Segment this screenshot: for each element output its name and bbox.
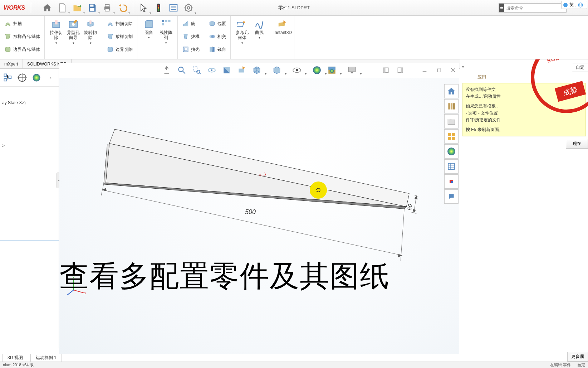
zoom-select-button[interactable] [191, 64, 203, 76]
dynamic-annotate-button[interactable] [236, 64, 248, 76]
options-list-button[interactable] [167, 1, 180, 15]
appearance-tab[interactable] [444, 144, 459, 159]
viewport-split2-button[interactable] [396, 66, 404, 74]
undo-button[interactable]: ▾ [116, 1, 129, 15]
sphere-icon [31, 73, 41, 83]
new-button[interactable]: ▾ [55, 1, 69, 15]
edit-appearance-button[interactable]: ▾ [311, 64, 323, 76]
custom-props-tab[interactable] [444, 159, 459, 174]
svg-line-24 [191, 10, 191, 10]
linear-pattern-button[interactable]: 线性阵列▾ [157, 17, 175, 58]
tab-3d-view[interactable]: 3D 视图 [2, 354, 28, 362]
resources-tab[interactable] [444, 84, 459, 98]
tab-mxpert[interactable]: mXpert [0, 59, 23, 68]
command-search[interactable] [499, 3, 567, 13]
viewport-close-button[interactable] [449, 66, 457, 74]
library-icon [447, 102, 456, 111]
tab-motion-study[interactable]: 运动算例 1 [30, 354, 62, 362]
view-settings-button[interactable]: ▾ [346, 64, 358, 76]
boundary-icon [4, 46, 11, 53]
zoom-fit-button[interactable] [161, 64, 173, 76]
feature-tree-panel: › ay State-8>) > ◂ [0, 69, 59, 348]
extra-tab2[interactable] [444, 189, 459, 204]
lofted-boss-button[interactable]: 放样凸台/基体 [3, 30, 41, 43]
ref-geometry-button[interactable]: 参考几何体▾ [234, 17, 251, 58]
canvas[interactable]: 500 60 y x 查看多配置零件 [59, 78, 459, 356]
view-palette-tab[interactable] [444, 129, 459, 144]
print-button[interactable]: ▾ [101, 1, 114, 15]
tree-view-button[interactable] [2, 71, 14, 84]
rib-button[interactable]: 筋 [181, 17, 201, 30]
svg-rect-72 [401, 68, 403, 73]
hide-show-button[interactable]: ▾ [291, 64, 303, 76]
svg-point-0 [563, 3, 568, 7]
sketch-origin-icon [258, 171, 268, 180]
more-props-label[interactable]: 更多属 [567, 352, 588, 362]
taskpane-collapse[interactable]: « [460, 63, 466, 70]
chevron-down-icon: ▾ [148, 36, 150, 40]
svg-rect-94 [448, 137, 451, 140]
svg-rect-60 [239, 69, 244, 73]
sphere-icon [447, 147, 456, 156]
intersect-button[interactable]: 相交 [207, 30, 227, 43]
apply-scene-button[interactable]: ▾ [326, 64, 338, 76]
home-button[interactable] [40, 1, 54, 15]
stamp-arc-text: SOLIDWO [547, 59, 576, 64]
zoom-icon [177, 66, 186, 75]
prev-view-button[interactable] [206, 64, 218, 76]
draft-button[interactable]: 拔模 [181, 30, 201, 43]
display-style-button[interactable]: ▾ [271, 64, 283, 76]
boundary-cut-button[interactable]: 边界切除 [105, 43, 134, 56]
search-input[interactable] [504, 5, 562, 10]
rib-icon [182, 20, 189, 27]
appearance-button[interactable] [31, 71, 42, 84]
svg-rect-38 [162, 23, 164, 25]
extra-tab1[interactable] [444, 174, 459, 189]
extruded-cut-button[interactable]: 拉伸切除▾ [48, 17, 65, 58]
rebuild-button[interactable] [152, 1, 165, 15]
viewport-split1-button[interactable] [382, 66, 390, 74]
explorer-tab[interactable] [444, 114, 459, 129]
orient-button[interactable]: ▾ [251, 64, 263, 76]
instant3d-button[interactable]: Instant3D [274, 17, 291, 58]
svg-rect-46 [4, 74, 7, 76]
boundary-boss-button[interactable]: 边界凸台/基体 [3, 43, 41, 56]
curves-button[interactable]: 曲线▾ [251, 17, 268, 58]
swept-boss-button[interactable]: 扫描 [3, 17, 41, 30]
svg-rect-34 [90, 20, 92, 24]
shell-button[interactable]: 抽壳 [181, 43, 201, 56]
config-button[interactable] [16, 71, 28, 84]
svg-rect-91 [453, 103, 455, 109]
wrap-button[interactable]: 包覆 [207, 17, 227, 30]
svg-rect-92 [448, 133, 451, 136]
graphics-viewport[interactable]: ▾ ▾ ▾ ▾ ▾ ▾ [59, 63, 459, 356]
mirror-button[interactable]: 镜向 [207, 43, 227, 56]
open-button[interactable]: ▾ [70, 1, 84, 15]
print-icon [102, 3, 112, 13]
lofted-cut-button[interactable]: 放样切割 [105, 30, 134, 43]
select-button[interactable]: ▾ [137, 1, 150, 15]
more-button[interactable]: › [45, 71, 57, 84]
ribbon: 扫描 放样凸台/基体 边界凸台/基体 拉伸切除▾ 异型孔向导▾ 旋转切除▾ 扫描… [0, 16, 588, 59]
revolved-cut-button[interactable]: 旋转切除▾ [82, 17, 99, 58]
extrudecut-icon [51, 19, 62, 29]
viewport-maximize-button[interactable] [435, 66, 443, 74]
library-tab[interactable] [444, 99, 459, 113]
dim-length: 500 [245, 209, 256, 216]
save-button[interactable]: ▾ [85, 1, 99, 15]
hole-wizard-button[interactable]: 异型孔向导▾ [65, 17, 82, 58]
svg-point-3 [581, 4, 582, 5]
home-icon [447, 87, 456, 96]
loft-icon [4, 33, 11, 40]
section-view-button[interactable] [221, 64, 233, 76]
swept-cut-button[interactable]: 扫描切除 [105, 17, 134, 30]
settings-button[interactable]: ▾ [182, 1, 195, 15]
now-button[interactable]: 现在 [566, 139, 588, 149]
viewport-minimize-button[interactable] [421, 66, 428, 74]
fillet-button[interactable]: 圆角▾ [140, 17, 157, 58]
svg-point-66 [330, 69, 334, 73]
zoom-area-button[interactable] [176, 64, 188, 76]
tab-apply[interactable]: 应用 [474, 73, 490, 81]
svg-rect-4 [90, 4, 93, 6]
svg-point-59 [211, 69, 212, 71]
